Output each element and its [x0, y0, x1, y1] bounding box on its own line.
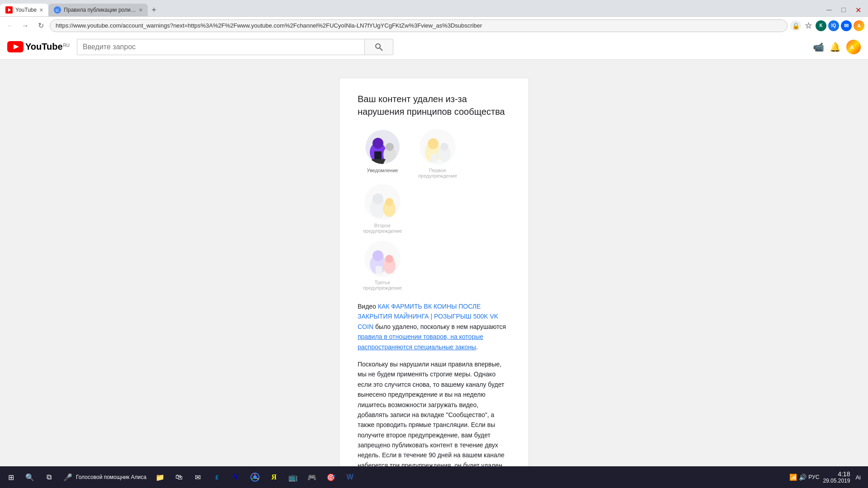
star-ext-icon[interactable]: ☆ — [803, 20, 814, 31]
tab-rules-title: Правила публикации роликов ... — [64, 7, 136, 13]
taskbar: ⊞ 🔍 ⧉ 🎤 Голосовой помощник Алиса 📁 🛍 ✉ ε… — [0, 466, 868, 488]
tab-youtube-title: YouTube — [15, 7, 37, 13]
voice-assistant-label: Голосовой помощник Алиса — [76, 474, 146, 480]
user-avatar-icon[interactable]: А — [854, 20, 864, 31]
search-taskbar-icon: 🔍 — [24, 472, 35, 483]
close-button[interactable]: ✕ — [852, 4, 864, 16]
shield-ext-icon[interactable]: 🔒 — [790, 20, 801, 31]
time-display: 4:18 — [823, 470, 850, 478]
video-info-paragraph: Видео КАК ФАРМИТЬ ВК КОИНЫ ПОСЛЕ ЗАКРЫТИ… — [358, 301, 510, 352]
vector-button[interactable]: V — [227, 468, 245, 486]
date-display: 29.05.2019 — [823, 478, 850, 484]
store-icon: 🛍 — [174, 472, 184, 483]
svg-point-15 — [386, 143, 394, 151]
svg-rect-34 — [376, 266, 382, 274]
step2-label: Первое предупреждение — [413, 168, 462, 178]
back-button[interactable]: ← — [4, 19, 16, 32]
svg-point-27 — [385, 198, 393, 206]
chrome-icon — [250, 472, 260, 483]
tab-rules[interactable]: G Правила публикации роликов ... × — [48, 4, 148, 16]
svg-point-33 — [385, 255, 393, 263]
svg-point-31 — [373, 250, 383, 261]
restore-button[interactable]: □ — [837, 4, 850, 16]
youtube-logo[interactable]: YouTubeRU — [7, 41, 70, 52]
chrome-button[interactable] — [246, 468, 264, 486]
mail-ext-icon[interactable]: ✉ — [841, 20, 852, 31]
warning-card: Ваш контент удален из-за нарушения принц… — [339, 78, 529, 488]
bell-icon[interactable]: 🔔 — [830, 42, 841, 52]
edge-icon: ε — [212, 472, 222, 483]
reload-button[interactable]: ↻ — [34, 19, 47, 32]
search-form — [77, 39, 393, 55]
main-paragraph: Поскольку вы нарушили наши правила вперв… — [358, 359, 510, 481]
yandex-button[interactable]: Я — [265, 468, 283, 486]
lang-label: РУС — [808, 474, 819, 480]
ai-label[interactable]: Ai — [854, 474, 863, 481]
video-camera-icon[interactable]: 📹 — [813, 42, 824, 52]
svg-point-6 — [376, 44, 380, 48]
main-content: Ваш контент удален из-за нарушения принц… — [0, 60, 868, 488]
address-input[interactable] — [50, 19, 788, 32]
forward-button[interactable]: → — [19, 19, 32, 32]
search-taskbar-button[interactable]: 🔍 — [21, 468, 39, 486]
svg-rect-22 — [431, 154, 437, 162]
search-input[interactable] — [77, 39, 364, 55]
svg-point-12 — [373, 138, 383, 149]
volume-icon: 🔊 — [799, 474, 807, 481]
game-button[interactable]: 🎯 — [322, 468, 340, 486]
voice-assistant-button[interactable]: 🎤 Голосовой помощник Алиса — [59, 468, 150, 486]
vector-icon: V — [231, 472, 241, 483]
task-view-icon: ⧉ — [43, 472, 54, 483]
file-explorer-icon: 📁 — [155, 472, 165, 483]
word-icon: W — [344, 472, 355, 483]
search-button[interactable] — [364, 39, 393, 55]
svg-point-36 — [253, 475, 257, 479]
warning-step-4: Третье предупреждение — [358, 241, 407, 291]
team-viewer-button[interactable]: 📺 — [284, 468, 302, 486]
start-button[interactable]: ⊞ — [2, 468, 20, 486]
svg-point-19 — [428, 138, 439, 149]
svg-rect-28 — [376, 209, 382, 217]
step2-circle — [420, 129, 456, 165]
minimize-button[interactable]: ─ — [823, 4, 835, 16]
text-was-deleted: было удалено, поскольку в нем нарушаются — [373, 323, 506, 330]
step3-label: Второе предупреждение — [358, 223, 407, 234]
team-viewer-icon: 📺 — [288, 472, 298, 483]
svg-point-25 — [373, 193, 383, 204]
tab-youtube[interactable]: YouTube × — [0, 4, 48, 16]
tab-youtube-close[interactable]: × — [39, 6, 43, 14]
step1-circle — [364, 129, 401, 165]
kaspersky-icon[interactable]: K — [816, 20, 826, 31]
microphone-icon: 🎤 — [62, 472, 73, 483]
youtube-logo-text: YouTubeRU — [25, 42, 70, 52]
warning-steps-row2: Третье предупреждение — [358, 241, 510, 291]
rules-link[interactable]: правила в отношении товаров, на которые … — [358, 333, 483, 350]
svg-text:G: G — [56, 8, 59, 13]
mail-button[interactable]: ✉ — [189, 468, 207, 486]
file-explorer-button[interactable]: 📁 — [151, 468, 169, 486]
word-button[interactable]: W — [341, 468, 359, 486]
store-button[interactable]: 🛍 — [170, 468, 188, 486]
youtube-header: YouTubeRU 📹 🔔 А — [0, 34, 868, 60]
svg-line-38 — [256, 478, 258, 479]
task-view-button[interactable]: ⧉ — [40, 468, 58, 486]
steam-button[interactable]: 🎮 — [303, 468, 321, 486]
new-tab-button[interactable]: + — [148, 4, 160, 16]
svg-marker-16 — [370, 159, 386, 165]
taskbar-right: 📶 🔊 РУС 4:18 29.05.2019 Ai — [789, 470, 866, 484]
mail-icon: ✉ — [193, 472, 203, 483]
tab-rules-close[interactable]: × — [139, 6, 142, 14]
user-avatar[interactable]: А — [846, 40, 861, 54]
wifi-icon: 📶 — [789, 474, 797, 481]
edge-button[interactable]: ε — [208, 468, 226, 486]
sys-tray: 📶 🔊 РУС — [789, 474, 819, 481]
step4-circle — [364, 241, 401, 277]
step1-label: Уведомление — [367, 168, 398, 173]
iq-icon[interactable]: IQ — [828, 20, 839, 31]
warning-step-2: Первое предупреждение — [413, 129, 462, 178]
clock[interactable]: 4:18 29.05.2019 — [823, 470, 850, 484]
windows-icon: ⊞ — [5, 472, 16, 483]
step4-label: Третье предупреждение — [358, 280, 407, 291]
youtube-logo-icon — [7, 41, 24, 52]
header-right: 📹 🔔 А — [813, 40, 861, 54]
